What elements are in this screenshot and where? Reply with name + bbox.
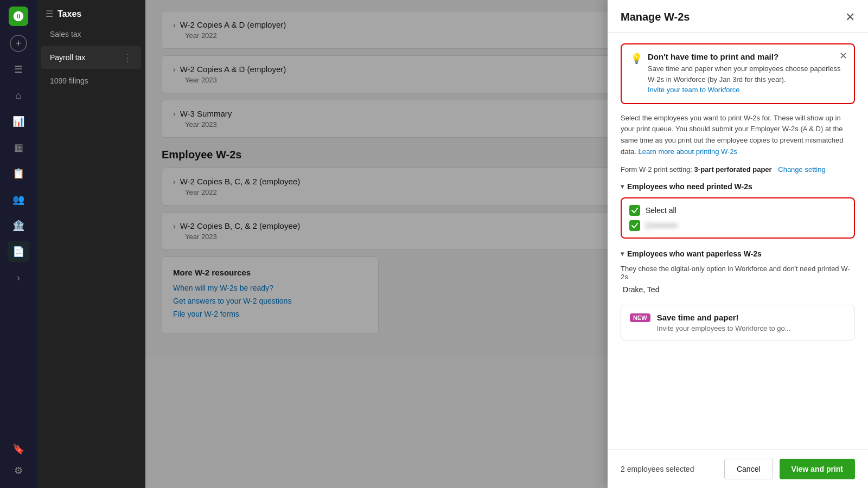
modal-header: Manage W-2s ✕ [608,0,868,33]
add-button[interactable]: + [10,35,27,52]
paperless-section-label: Employees who want paperless W-2s [627,249,762,258]
employee-row: C•••••••••• [629,220,846,231]
paperless-employee-name: Drake, Ted [623,285,855,294]
payroll-tax-options-icon[interactable]: ⋮ [123,52,132,63]
select-all-checkbox[interactable] [629,205,640,216]
printed-section-label: Employees who need printed W-2s [627,182,752,191]
learn-more-link[interactable]: Learn more about printing W-2s [639,147,738,156]
sidebar-icon-people[interactable]: 👥 [8,189,29,210]
employees-selected-count: 2 employees selected [621,465,694,473]
nav-panel: ☰ Taxes Sales tax Payroll tax ⋮ 1099 fil… [37,0,145,488]
print-setting: Form W-2 print setting: 3-part perforate… [621,165,855,174]
chevron-down-icon: ▾ [621,250,624,258]
nav-item-1099[interactable]: 1099 filings [41,71,141,91]
footer-buttons: Cancel View and print [724,459,855,479]
paperless-description: They chose the digital-only option in Wo… [621,265,855,281]
app-logo[interactable] [9,7,28,26]
paperless-section-header[interactable]: ▾ Employees who want paperless W-2s [621,249,855,258]
new-badge: NEW [630,313,650,322]
nav-title: Taxes [58,9,81,19]
nav-menu-icon[interactable]: ☰ [46,9,53,19]
sidebar-icon-report[interactable]: 📋 [8,163,29,184]
sidebar-icon-home[interactable]: ⌂ [8,85,29,106]
employee-name-blurred: C•••••••••• [646,221,678,230]
alert-title: Don't have time to print and mail? [648,52,845,61]
modal-title: Manage W-2s [621,11,690,23]
sidebar-icon-bookmark[interactable]: 🔖 [8,438,29,460]
alert-box: ✕ 💡 Don't have time to print and mail? S… [621,43,855,104]
sidebar: + ☰ ⌂ 📊 ▦ 📋 👥 🏦 📄 › 🔖 ⚙ [0,0,37,488]
nav-item-payroll-tax[interactable]: Payroll tax ⋮ [41,46,141,69]
nav-item-sales-tax[interactable]: Sales tax [41,24,141,44]
manage-w2s-modal: Manage W-2s ✕ ✕ 💡 Don't have time to pri… [608,0,868,488]
printed-w2s-section-header[interactable]: ▾ Employees who need printed W-2s [621,182,855,191]
sidebar-icon-menu[interactable]: ☰ [8,59,29,80]
sidebar-icon-chart[interactable]: 📊 [8,111,29,132]
change-setting-link[interactable]: Change setting [778,165,825,174]
modal-info-text: Select the employees you want to print W… [621,113,855,158]
alert-body: Save time and paper when your employees … [648,63,845,95]
nav-header: ☰ Taxes [37,0,145,23]
new-card-subtitle: Invite your employees to Workforce to go… [657,324,846,332]
chevron-down-icon: ▾ [621,183,624,190]
lightbulb-icon: 💡 [630,53,642,65]
sidebar-icon-grid[interactable]: ▦ [8,137,29,158]
sidebar-icon-settings[interactable]: ⚙ [8,460,29,481]
modal-close-button[interactable]: ✕ [845,11,855,23]
modal-footer: 2 employees selected Cancel View and pri… [608,450,868,488]
modal-body: ✕ 💡 Don't have time to print and mail? S… [608,33,868,450]
new-feature-card: NEW Save time and paper! Invite your emp… [621,305,855,341]
print-setting-value: 3-part perforated paper [694,165,772,174]
cancel-button[interactable]: Cancel [724,459,773,479]
view-and-print-button[interactable]: View and print [780,459,855,479]
select-all-row: Select all [629,205,846,216]
sidebar-icon-bank[interactable]: 🏦 [8,215,29,236]
workforce-invite-link[interactable]: Invite your team to Workforce [648,86,740,94]
employee-list-box: Select all C•••••••••• [621,197,855,239]
alert-close-button[interactable]: ✕ [839,50,847,62]
employee-checkbox[interactable] [629,220,640,231]
select-all-label: Select all [646,206,676,215]
new-card-title: Save time and paper! [657,313,846,322]
paperless-section: ▾ Employees who want paperless W-2s They… [621,249,855,294]
sidebar-icon-expand[interactable]: › [8,267,29,288]
sidebar-icon-tax[interactable]: 📄 [8,241,29,262]
